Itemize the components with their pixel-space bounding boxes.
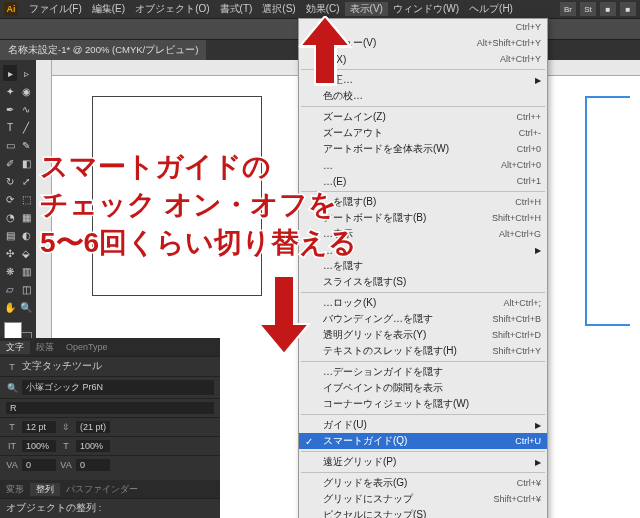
mesh-tool-icon[interactable]: ▤ (3, 227, 17, 243)
touch-type-icon: T (6, 361, 18, 373)
menu-item[interactable]: コーナーウィジェットを隠す(W) (299, 396, 547, 412)
align-tab[interactable]: 整列 (30, 483, 60, 496)
pen-tool-icon[interactable]: ✒ (3, 101, 17, 117)
shape-builder-tool-icon[interactable]: ◔ (3, 209, 17, 225)
leading-field[interactable]: (21 pt) (76, 421, 110, 433)
blend-tool-icon[interactable]: ⬙ (19, 245, 33, 261)
menu-item[interactable]: グリッドにスナップShift+Ctrl+¥ (299, 491, 547, 507)
direct-selection-tool-icon[interactable]: ▹ (19, 65, 33, 81)
column-graph-tool-icon[interactable]: ▥ (19, 263, 33, 279)
perspective-tool-icon[interactable]: ▦ (19, 209, 33, 225)
stock-icon[interactable]: St (580, 2, 596, 16)
menu-item[interactable]: ✓スマートガイド(Q)Ctrl+U (299, 433, 547, 449)
pathfinder-tab[interactable]: パスファインダー (60, 483, 144, 496)
hscale-icon: T (60, 440, 72, 452)
vscale-field[interactable]: 100% (22, 440, 56, 452)
font-weight-field[interactable]: R (6, 402, 214, 414)
hscale-field[interactable]: 100% (76, 440, 110, 452)
menu-item[interactable]: …ロック(K)Alt+Ctrl+; (299, 295, 547, 311)
rectangle-tool-icon[interactable]: ▭ (3, 137, 17, 153)
annotation-arrow-up-icon (295, 16, 355, 90)
width-tool-icon[interactable]: ⟳ (3, 191, 17, 207)
magic-wand-tool-icon[interactable]: ✦ (3, 83, 17, 99)
menu-help[interactable]: ヘルプ(H) (464, 2, 518, 16)
menu-type[interactable]: 書式(T) (215, 2, 258, 16)
search-icon[interactable]: ■ (620, 2, 636, 16)
menu-item[interactable]: ズームアウトCtrl+- (299, 125, 547, 141)
artboard-tool-icon[interactable]: ▱ (3, 281, 17, 297)
free-transform-tool-icon[interactable]: ⬚ (19, 191, 33, 207)
paintbrush-tool-icon[interactable]: ✎ (19, 137, 33, 153)
eraser-tool-icon[interactable]: ◧ (19, 155, 33, 171)
menu-file[interactable]: ファイル(F) (24, 2, 87, 16)
curvature-tool-icon[interactable]: ∿ (19, 101, 33, 117)
menu-item[interactable]: 遠近グリッド(P)▶ (299, 454, 547, 470)
leading-icon: ⇳ (60, 421, 72, 433)
hand-tool-icon[interactable]: ✋ (3, 299, 17, 315)
transform-tab[interactable]: 変形 (0, 483, 30, 496)
menu-object[interactable]: オブジェクト(O) (130, 2, 214, 16)
menu-item[interactable]: グリッドを表示(G)Ctrl+¥ (299, 475, 547, 491)
para-tab[interactable]: 段落 (30, 341, 60, 354)
menu-edit[interactable]: 編集(E) (87, 2, 130, 16)
kerning-icon: VA (6, 459, 18, 471)
menu-item[interactable]: ズームイン(Z)Ctrl++ (299, 109, 547, 125)
bottom-panels: 文字 段落 OpenType T文字タッチツール 🔍小塚ゴシック Pr6N R … (0, 338, 220, 518)
menu-view[interactable]: 表示(V) (345, 2, 388, 16)
artboard-selected[interactable] (585, 96, 630, 326)
zoom-tool-icon[interactable]: 🔍 (19, 299, 33, 315)
tracking-icon: VA (60, 459, 72, 471)
kerning-field[interactable]: 0 (22, 459, 56, 471)
opentype-tab[interactable]: OpenType (60, 342, 114, 352)
svg-marker-0 (300, 16, 350, 84)
align-label: オブジェクトの整列 : (6, 502, 101, 515)
menu-item[interactable]: イブペイントの隙間を表示 (299, 380, 547, 396)
slice-tool-icon[interactable]: ◫ (19, 281, 33, 297)
font-size-field[interactable]: 12 pt (22, 421, 56, 433)
font-size-icon: T (6, 421, 18, 433)
line-tool-icon[interactable]: ╱ (19, 119, 33, 135)
type-tool-icon[interactable]: T (3, 119, 17, 135)
lasso-tool-icon[interactable]: ◉ (19, 83, 33, 99)
annotation-arrow-down-icon (254, 276, 314, 360)
pencil-tool-icon[interactable]: ✐ (3, 155, 17, 171)
menu-effect[interactable]: 効果(C) (301, 2, 345, 16)
menu-item[interactable]: ガイド(U)▶ (299, 417, 547, 433)
symbol-sprayer-tool-icon[interactable]: ❋ (3, 263, 17, 279)
rotate-tool-icon[interactable]: ↻ (3, 173, 17, 189)
gradient-tool-icon[interactable]: ◐ (19, 227, 33, 243)
menu-item[interactable]: スライスを隠す(S) (299, 274, 547, 290)
char-tab[interactable]: 文字 (0, 341, 30, 354)
eyedropper-tool-icon[interactable]: ✣ (3, 245, 17, 261)
menu-item[interactable]: バウンディング…を隠すShift+Ctrl+B (299, 311, 547, 327)
tracking-field[interactable]: 0 (76, 459, 110, 471)
menu-item[interactable]: 透明グリッドを表示(Y)Shift+Ctrl+D (299, 327, 547, 343)
menu-item[interactable]: テキストのスレッドを隠す(H)Shift+Ctrl+Y (299, 343, 547, 359)
menu-item[interactable]: …デーションガイドを隠す (299, 364, 547, 380)
menu-item[interactable]: ピクセルにスナップ(S) (299, 507, 547, 518)
bridge-icon[interactable]: Br (560, 2, 576, 16)
search-icon: 🔍 (6, 382, 18, 394)
touch-type-label[interactable]: 文字タッチツール (22, 360, 102, 373)
menu-window[interactable]: ウィンドウ(W) (388, 2, 464, 16)
menu-item[interactable]: 色の校… (299, 88, 547, 104)
annotation-text: スマートガイドの チェック オン・オフを 5〜6回くらい切り替える (40, 148, 357, 261)
font-family-field[interactable]: 小塚ゴシック Pr6N (22, 380, 214, 395)
vscale-icon: IT (6, 440, 18, 452)
arrange-icon[interactable]: ■ (600, 2, 616, 16)
document-tab[interactable]: 名称未設定-1* @ 200% (CMYK/プレビュー) (0, 40, 206, 60)
app-logo-icon: Ai (4, 2, 18, 16)
scale-tool-icon[interactable]: ⤢ (19, 173, 33, 189)
svg-marker-1 (259, 276, 309, 354)
view-menu-dropdown: …Ctrl+Y…ビュー(V)Alt+Shift+Ctrl+Y…(X)Alt+Ct… (298, 18, 548, 518)
selection-tool-icon[interactable]: ▸ (3, 65, 17, 81)
menu-select[interactable]: 選択(S) (257, 2, 300, 16)
